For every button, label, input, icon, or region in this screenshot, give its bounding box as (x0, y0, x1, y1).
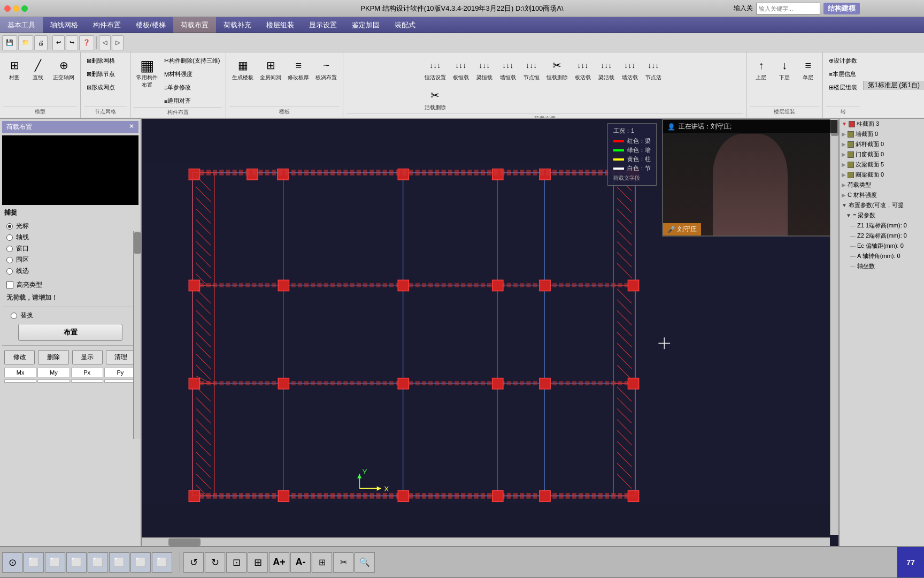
rp-load-type[interactable]: ▶ 荷载类型 (840, 180, 924, 190)
floor-vortex-btn[interactable]: ~ 板涡布置 (313, 55, 340, 83)
rp-axis-count[interactable]: — 轴坐数 (840, 261, 924, 271)
slab-dead-load-btn[interactable]: ↓↓↓ 板恒载 (450, 55, 472, 83)
panel-close-btn[interactable]: ✕ (129, 123, 134, 132)
redo-nav-btn[interactable]: ↻ (205, 552, 225, 573)
clean-btn[interactable]: 清理 (106, 350, 136, 364)
print-button[interactable]: 🖨 (34, 35, 48, 50)
scissor-btn[interactable]: ✂ (333, 552, 353, 573)
maximize-dot[interactable] (21, 5, 28, 12)
replace-option[interactable]: 替换 (2, 309, 138, 322)
rp-ring-beam-section[interactable]: ▶ 圈梁截面 0 (840, 170, 924, 180)
highlight-type-checkbox[interactable]: 高亮类型 (2, 279, 138, 291)
menu-axis-grid[interactable]: 轴线网格 (43, 17, 86, 33)
view-cube-btn7[interactable]: ⬜ (130, 552, 151, 573)
undo-button[interactable]: ◁ (99, 35, 111, 50)
common-align-btn[interactable]: ≡ 通用对齐 (161, 95, 222, 107)
text-enlarge-btn[interactable]: A+ (269, 552, 289, 573)
rp-material-strength[interactable]: ▶ C 材料强度 (840, 190, 924, 200)
rp-z1-height[interactable]: — Z1 1端标高(mm): 0 (840, 220, 924, 231)
modify-btn[interactable]: 修改 (4, 350, 35, 364)
menu-prefab[interactable]: 装配式 (387, 17, 423, 33)
delete-component-btn[interactable]: ✂ 构件删除(支持三维) (161, 55, 222, 67)
rp-diagonal-section[interactable]: ▶ 斜杆截面 0 (840, 139, 924, 149)
rp-beam-params[interactable]: ▼ = 梁参数 (840, 210, 924, 220)
menu-load-place[interactable]: 荷载布置 (173, 17, 216, 33)
beam-dead-load-btn[interactable]: ↓↓↓ 梁恒载 (473, 55, 496, 83)
single-floor-btn[interactable]: ≡ 单层 (797, 55, 819, 83)
canvas-scrollbar-v[interactable] (830, 119, 838, 535)
delete-grid-btn[interactable]: ⊠ 删除网格 (84, 55, 127, 67)
view-cube-perspective[interactable]: ⊙ (2, 552, 22, 573)
node-live-load-btn[interactable]: ↓↓↓ 节点活 (642, 55, 665, 83)
minimize-dot[interactable] (13, 5, 19, 12)
slab-live-load-btn[interactable]: ↓↓↓ 板活载 (572, 55, 594, 83)
rp-secondary-beam-section[interactable]: ▶ 次梁截面 5 (840, 159, 924, 170)
deploy-button[interactable]: 布置 (18, 324, 122, 341)
form-grid-btn[interactable]: ⊠ 形成网点 (84, 81, 127, 94)
live-load-delete-btn[interactable]: ✂ 活载删除 (422, 85, 449, 113)
close-dot[interactable] (4, 5, 11, 12)
table-btn[interactable]: ⊞ (312, 552, 332, 573)
view-cube-btn8[interactable]: ⬜ (152, 552, 172, 573)
village-map-btn[interactable]: ⊞ 村图 (3, 55, 26, 83)
delete-node-btn[interactable]: ⊠ 删除节点 (84, 68, 127, 80)
redo-button[interactable]: ▷ (112, 35, 124, 50)
pan-btn[interactable]: ⊡ (226, 552, 247, 573)
zoom-in-nav-btn[interactable]: ⊞ (248, 552, 268, 573)
panel-scrollbar[interactable] (133, 231, 141, 439)
capture-surround[interactable]: 围区 (2, 254, 138, 265)
lower-floor-btn[interactable]: ↓ 下层 (773, 55, 796, 83)
window-mac-controls[interactable] (4, 5, 28, 12)
help-button[interactable]: ❓ (79, 35, 94, 50)
display-btn[interactable]: 显示 (72, 350, 103, 364)
rp-wall-section[interactable]: ▶ 墙截面 0 (840, 129, 924, 139)
undo-all-button[interactable]: ↩ (52, 35, 65, 50)
canvas-scrollbar-h[interactable] (142, 537, 830, 546)
view-cube-side[interactable]: ⬜ (45, 552, 65, 573)
capture-window[interactable]: 窗口 (2, 243, 138, 254)
generate-floor-btn[interactable]: ▦ 生成楼板 (229, 55, 256, 83)
save-button[interactable]: 💾 (2, 35, 17, 50)
view-cube-btn6[interactable]: ⬜ (109, 552, 129, 573)
line-btn[interactable]: ╱ 直线 (27, 55, 49, 83)
view-cube-front[interactable]: ⬜ (24, 552, 44, 573)
wall-live-load-btn[interactable]: ↓↓↓ 墙活载 (619, 55, 641, 83)
upper-floor-btn[interactable]: ↑ 上层 (750, 55, 772, 83)
undo-nav-btn[interactable]: ↺ (183, 552, 204, 573)
dead-live-settings-btn[interactable]: ↓↓↓ 恒活设置 (422, 55, 449, 83)
common-component-btn[interactable]: ▦ 常用构件布置 (134, 55, 160, 91)
design-params-btn[interactable]: ⊕ 设计参数 (826, 55, 860, 67)
view-cube-iso[interactable]: ⬜ (88, 552, 108, 573)
wall-dead-load-btn[interactable]: ↓↓↓ 墙恒载 (497, 55, 519, 83)
menu-basic-tools[interactable]: 基本工具 (0, 17, 43, 33)
cad-canvas[interactable]: X Y 工况：1 红色：梁 绿色：墙 (142, 119, 838, 546)
rp-door-section[interactable]: ▶ 门窗截面 0 (840, 149, 924, 159)
floor-info-btn[interactable]: ≡ 本层信息 (826, 68, 858, 80)
capture-axis[interactable]: 轴线 (2, 232, 138, 243)
rp-layout-params[interactable]: ▼ 布置参数(可改，可提 (840, 200, 924, 210)
open-button[interactable]: 📁 (18, 35, 33, 50)
rp-ec-offset[interactable]: — Ec 偏轴距(mm): 0 (840, 241, 924, 251)
menu-display-settings[interactable]: 显示设置 (302, 17, 344, 33)
search-nav-btn[interactable]: 🔍 (355, 552, 375, 573)
rp-a-angle[interactable]: — A 轴转角(mm): 0 (840, 251, 924, 261)
ortho-axis-btn[interactable]: ⊕ 正交轴网 (50, 55, 77, 83)
node-dead-load-btn[interactable]: ↓↓↓ 节点恒 (520, 55, 543, 83)
single-param-btn[interactable]: ≡ 单参修改 (161, 81, 222, 94)
full-room-hole-btn[interactable]: ⊞ 全房间洞 (257, 55, 284, 83)
menu-load-supplement[interactable]: 荷载补充 (216, 17, 259, 33)
redo-all-button[interactable]: ↪ (66, 35, 78, 50)
material-strength-btn[interactable]: M 材料强度 (161, 68, 222, 80)
search-input[interactable] (759, 5, 818, 12)
rp-column-section[interactable]: ▼ 柱截面 3 (840, 119, 924, 129)
delete-btn[interactable]: 删除 (38, 350, 68, 364)
view-cube-top[interactable]: ⬜ (66, 552, 87, 573)
menu-floor-compose[interactable]: 楼层组装 (259, 17, 302, 33)
text-shrink-btn[interactable]: A- (290, 552, 311, 573)
floor-compose-btn2[interactable]: ⊞ 楼层组装 (826, 81, 860, 94)
capture-line-select[interactable]: 线选 (2, 265, 138, 277)
beam-live-load-btn[interactable]: ↓↓↓ 梁活载 (595, 55, 618, 83)
modify-floor-thickness-btn[interactable]: ≡ 修改板厚 (285, 55, 312, 83)
capture-cursor[interactable]: 光标 (2, 220, 138, 232)
menu-component-place[interactable]: 构件布置 (86, 17, 128, 33)
